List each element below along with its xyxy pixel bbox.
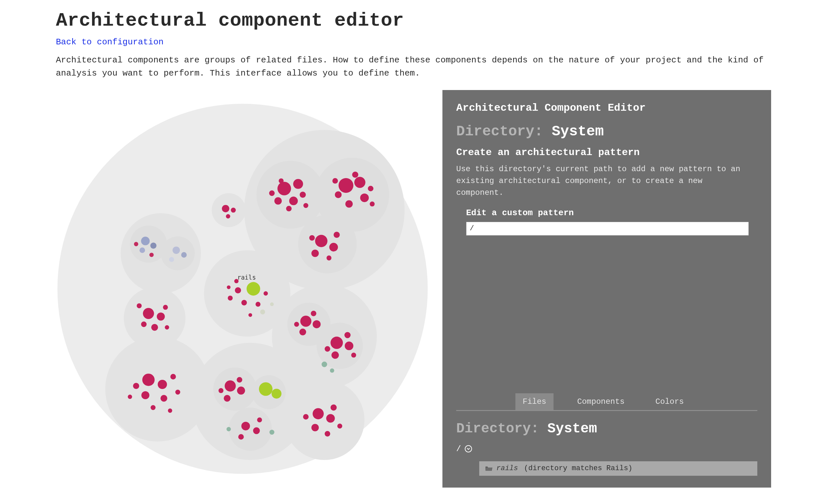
directory-label: Directory:: [456, 123, 543, 140]
svg-point-62: [137, 303, 142, 308]
directory-entry-row[interactable]: rails (directory matches Rails): [479, 461, 757, 476]
svg-point-36: [134, 242, 138, 246]
pattern-field-label: Edit a custom pattern: [466, 208, 757, 218]
svg-point-107: [227, 427, 231, 431]
panel-title: Architectural Component Editor: [456, 102, 757, 114]
svg-point-61: [163, 305, 168, 309]
svg-point-67: [300, 315, 311, 326]
svg-point-71: [294, 322, 299, 326]
create-pattern-description: Use this directory's current path to add…: [456, 163, 752, 199]
tab-files[interactable]: Files: [516, 393, 553, 410]
svg-point-101: [272, 389, 281, 399]
svg-point-28: [326, 255, 331, 260]
svg-point-35: [149, 253, 153, 257]
directory-value: System: [551, 123, 603, 140]
svg-point-98: [237, 377, 242, 383]
svg-point-39: [169, 257, 174, 262]
svg-point-78: [322, 361, 327, 367]
svg-point-54: [260, 309, 265, 314]
svg-point-55: [270, 302, 274, 306]
tab-colors[interactable]: Colors: [648, 393, 691, 410]
svg-point-84: [160, 395, 167, 402]
svg-point-9: [300, 192, 306, 198]
svg-point-96: [237, 386, 245, 394]
svg-point-113: [303, 414, 309, 419]
svg-point-100: [259, 382, 273, 396]
svg-point-48: [241, 300, 247, 305]
svg-point-43: [226, 214, 230, 218]
svg-point-12: [279, 178, 284, 183]
directory-heading: Directory: System: [456, 123, 757, 140]
files-directory-value: System: [547, 421, 597, 437]
svg-point-8: [275, 197, 282, 205]
svg-point-106: [270, 430, 275, 435]
svg-point-11: [303, 203, 308, 208]
svg-point-60: [141, 321, 147, 327]
svg-point-72: [331, 337, 343, 349]
svg-point-97: [224, 395, 231, 402]
svg-point-73: [345, 341, 353, 350]
svg-point-13: [269, 190, 275, 196]
vis-node-label: rails: [237, 274, 256, 281]
svg-point-112: [331, 404, 337, 411]
svg-point-20: [352, 171, 358, 178]
svg-point-115: [337, 423, 342, 429]
svg-point-32: [141, 237, 150, 245]
entry-name: rails: [496, 464, 518, 472]
svg-point-16: [360, 193, 369, 202]
svg-point-6: [293, 179, 303, 189]
svg-point-34: [139, 247, 145, 253]
svg-point-23: [315, 235, 328, 247]
svg-point-24: [329, 243, 338, 251]
svg-point-104: [238, 434, 244, 440]
svg-point-5: [278, 182, 291, 195]
svg-point-14: [339, 178, 353, 193]
svg-point-105: [257, 417, 262, 422]
svg-point-17: [345, 200, 353, 208]
svg-point-103: [253, 427, 260, 434]
expand-down-icon[interactable]: [465, 445, 472, 452]
page-title: Architectural component editor: [56, 10, 771, 31]
svg-point-63: [165, 325, 169, 329]
files-directory-heading: Directory: System: [456, 421, 757, 437]
tab-components[interactable]: Components: [570, 393, 632, 410]
svg-point-4: [298, 214, 357, 273]
files-section: Directory: System /: [456, 421, 757, 476]
svg-point-85: [133, 383, 139, 389]
svg-point-76: [325, 346, 330, 352]
svg-point-114: [325, 431, 330, 436]
svg-point-47: [228, 295, 233, 300]
page-description: Architectural components are groups of r…: [56, 54, 771, 80]
svg-point-26: [334, 232, 340, 238]
svg-point-57: [143, 308, 154, 319]
svg-point-33: [150, 243, 156, 249]
svg-point-58: [157, 312, 165, 320]
svg-point-94: [229, 407, 272, 450]
svg-point-82: [158, 380, 167, 389]
svg-point-90: [168, 408, 172, 413]
svg-point-59: [151, 324, 158, 331]
path-row[interactable]: /: [456, 445, 757, 453]
svg-point-21: [332, 178, 338, 184]
svg-point-79: [330, 368, 334, 372]
svg-point-81: [142, 373, 155, 386]
back-to-configuration-link[interactable]: Back to configuration: [56, 37, 164, 47]
create-pattern-heading: Create an architectural pattern: [456, 147, 757, 158]
svg-point-86: [170, 374, 176, 380]
svg-point-46: [235, 287, 241, 293]
path-text: /: [456, 445, 461, 453]
svg-point-49: [255, 302, 260, 307]
svg-point-83: [141, 391, 149, 399]
svg-point-99: [218, 388, 224, 393]
svg-point-70: [310, 310, 316, 316]
tab-row: Files Components Colors: [456, 393, 757, 411]
svg-point-52: [248, 313, 252, 317]
pattern-input[interactable]: [466, 222, 749, 236]
svg-point-53: [227, 285, 231, 289]
circle-packing-visualization[interactable]: rails: [56, 90, 429, 488]
svg-point-51: [234, 279, 239, 283]
svg-point-108: [284, 380, 364, 460]
svg-point-25: [311, 249, 319, 257]
svg-point-75: [344, 332, 351, 338]
svg-point-95: [225, 380, 236, 391]
